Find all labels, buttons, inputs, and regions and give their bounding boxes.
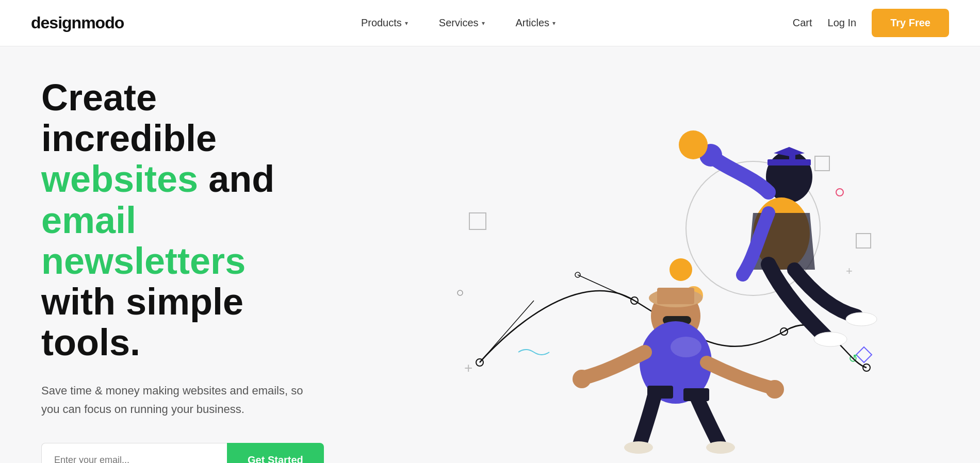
svg-point-27 bbox=[669, 258, 692, 281]
hero-title-green1: websites bbox=[41, 158, 198, 200]
svg-point-38 bbox=[671, 337, 701, 357]
login-link[interactable]: Log In bbox=[828, 17, 857, 29]
svg-point-35 bbox=[765, 380, 784, 399]
try-free-button[interactable]: Try Free bbox=[872, 9, 949, 37]
svg-point-34 bbox=[573, 370, 591, 388]
svg-rect-0 bbox=[469, 213, 486, 229]
logo[interactable]: designmodo bbox=[31, 13, 124, 32]
chevron-down-icon: ▾ bbox=[552, 20, 556, 27]
svg-rect-1 bbox=[815, 156, 829, 171]
hero-title-line4: with simple tools. bbox=[41, 281, 243, 363]
svg-rect-40 bbox=[683, 388, 709, 401]
nav-label-articles: Articles bbox=[516, 17, 550, 29]
svg-marker-8 bbox=[856, 347, 872, 362]
email-form: Get Started bbox=[41, 443, 340, 463]
svg-point-5 bbox=[836, 189, 843, 196]
svg-point-25 bbox=[814, 332, 847, 346]
svg-point-23 bbox=[679, 130, 708, 159]
hero-title: Create incredible websites and email new… bbox=[41, 77, 340, 363]
hero-illustration: + + ↺ bbox=[361, 105, 949, 463]
nav-right: Cart Log In Try Free bbox=[793, 9, 949, 37]
nav-links: Products ▾ Services ▾ Articles ▾ bbox=[346, 0, 571, 46]
svg-rect-2 bbox=[856, 234, 871, 248]
get-started-button[interactable]: Get Started bbox=[227, 443, 324, 463]
chevron-down-icon: ▾ bbox=[405, 20, 408, 27]
navbar: designmodo Products ▾ Services ▾ Article… bbox=[0, 0, 980, 46]
svg-point-36 bbox=[624, 441, 653, 454]
svg-line-13 bbox=[480, 301, 534, 362]
hero-svg: + + ↺ bbox=[423, 110, 887, 463]
nav-label-services: Services bbox=[439, 17, 479, 29]
svg-point-26 bbox=[846, 312, 877, 326]
cart-link[interactable]: Cart bbox=[793, 17, 812, 29]
hero-title-and: and bbox=[198, 158, 274, 200]
svg-rect-39 bbox=[647, 386, 673, 399]
svg-point-7 bbox=[458, 290, 463, 295]
hero-content: Create incredible websites and email new… bbox=[41, 77, 361, 463]
email-input[interactable] bbox=[41, 443, 227, 463]
hero-section: Create incredible websites and email new… bbox=[0, 46, 980, 463]
svg-point-37 bbox=[706, 441, 735, 454]
hero-title-line1: Create incredible bbox=[41, 77, 217, 159]
svg-text:+: + bbox=[464, 360, 472, 376]
svg-line-14 bbox=[578, 275, 634, 301]
nav-item-products[interactable]: Products ▾ bbox=[346, 0, 423, 46]
nav-item-articles[interactable]: Articles ▾ bbox=[500, 0, 571, 46]
hero-title-green2: email newsletters bbox=[41, 200, 246, 282]
svg-rect-31 bbox=[657, 288, 694, 304]
hero-subtitle: Save time & money making websites and em… bbox=[41, 382, 309, 418]
svg-text:+: + bbox=[846, 264, 853, 277]
chevron-down-icon: ▾ bbox=[482, 20, 485, 27]
nav-label-products: Products bbox=[361, 17, 402, 29]
nav-item-services[interactable]: Services ▾ bbox=[423, 0, 500, 46]
